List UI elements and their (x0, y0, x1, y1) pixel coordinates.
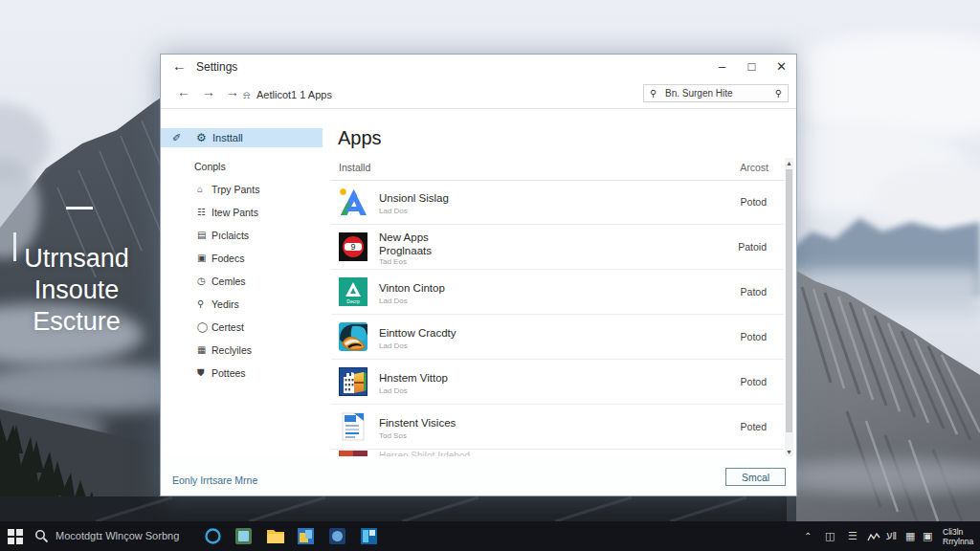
svg-text:9: 9 (350, 242, 355, 252)
svg-text:Decrp: Decrp (346, 298, 360, 304)
